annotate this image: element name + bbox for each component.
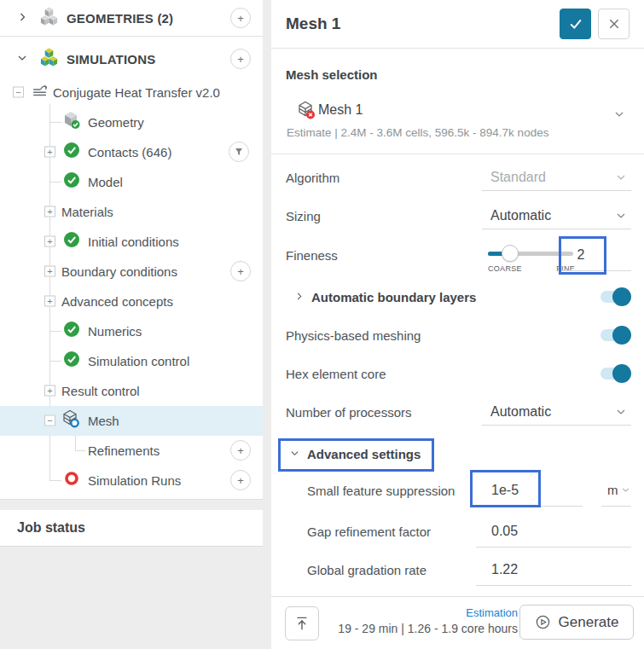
tree-item-label: Initial conditions [88, 235, 179, 249]
fineness-row: Fineness COARSE FINE [271, 232, 644, 278]
mesh-error-icon [297, 101, 316, 123]
upload-icon [293, 615, 310, 632]
small-feature-row: Small feature suppression m [271, 472, 644, 509]
panel-footer: Estimation 19 - 29 min | 1.26 - 1.9 core… [271, 596, 644, 649]
expand-icon[interactable]: + [44, 296, 55, 307]
generate-button[interactable]: Generate [519, 605, 634, 640]
panel-title: Mesh 1 [286, 14, 340, 33]
estimation-block: Estimation 19 - 29 min | 1.26 - 1.9 core… [322, 606, 518, 635]
collapse-icon[interactable]: − [13, 87, 24, 98]
tree-item-label: Boundary conditions [61, 264, 177, 279]
chevron-right-icon[interactable] [17, 10, 27, 26]
close-button[interactable] [598, 9, 629, 39]
chevron-down-icon[interactable] [17, 51, 27, 67]
upload-button[interactable] [285, 606, 319, 640]
job-status-bar[interactable]: Job status [0, 510, 263, 547]
tree-item-refinements[interactable]: Refinements + [0, 436, 263, 465]
expand-icon[interactable]: + [44, 206, 55, 217]
add-boundary-condition-button[interactable]: + [230, 261, 251, 281]
check-status-icon [64, 351, 79, 370]
check-status-icon [64, 142, 79, 161]
tree-item-materials[interactable]: + Materials [0, 197, 263, 226]
collapse-icon[interactable]: − [44, 415, 55, 426]
expand-icon[interactable]: + [44, 385, 55, 397]
apply-button[interactable] [560, 9, 591, 39]
tree-item-label: Model [88, 175, 123, 189]
hex-core-toggle[interactable] [600, 364, 631, 383]
advanced-settings-label: Advanced settings [307, 447, 421, 461]
check-status-icon [64, 172, 79, 191]
expand-icon[interactable]: + [44, 266, 55, 277]
chevron-down-icon[interactable] [290, 446, 299, 461]
check-status-icon [64, 232, 79, 251]
tree-item-simulation-runs[interactable]: Simulation Runs + [0, 466, 263, 495]
chevron-down-icon [614, 171, 628, 184]
algorithm-row: Algorithm Standard [271, 159, 644, 196]
mesh-estimate-text: Estimate | 2.4M - 3.6M cells, 596.5k - 8… [287, 126, 548, 139]
gradation-label: Global gradation rate [307, 563, 426, 577]
small-feature-input[interactable] [476, 474, 583, 507]
close-icon [607, 17, 621, 31]
mesh-selector[interactable]: Mesh 1 Estimate | 2.4M - 3.6M cells, 596… [271, 96, 644, 147]
tree-item-advanced-concepts[interactable]: + Advanced concepts [0, 287, 263, 316]
add-geometry-button[interactable]: + [230, 8, 251, 28]
tree-item-initial-conditions[interactable]: + Initial conditions [0, 227, 263, 256]
expand-icon[interactable]: + [44, 236, 55, 247]
simulations-header[interactable]: SIMULATIONS + [0, 44, 263, 73]
geometries-header[interactable]: GEOMETRIES (2) + [0, 0, 263, 37]
tree-item-label: Result control [61, 384, 140, 398]
algorithm-select[interactable]: Standard [482, 164, 631, 191]
slider-min-label: COARSE [488, 264, 522, 273]
processors-select[interactable]: Automatic [482, 398, 631, 426]
unit-value: m [607, 483, 618, 497]
advanced-settings-row[interactable]: Advanced settings [271, 437, 644, 471]
chevron-down-icon [614, 405, 628, 419]
mesh-selection-heading: Mesh selection [286, 67, 378, 82]
filter-button[interactable] [229, 142, 249, 162]
chevron-down-icon [614, 209, 628, 223]
tree-item-contacts[interactable]: + Contacts (646) [0, 137, 263, 166]
physics-meshing-toggle[interactable] [600, 326, 631, 345]
sizing-label: Sizing [286, 209, 321, 223]
expand-icon[interactable]: + [44, 147, 55, 158]
geometry-cube-icon [61, 110, 82, 134]
slider-handle[interactable] [502, 245, 519, 262]
tree-item-label: Contacts (646) [88, 145, 171, 159]
simulations-cubes-icon [39, 48, 59, 71]
chevron-down-icon [612, 107, 626, 125]
tree-item-conjugate-heat-transfer[interactable]: − Conjugate Heat Transfer v2.0 [0, 78, 263, 107]
add-simulation-button[interactable]: + [230, 49, 251, 69]
gap-refinement-input[interactable] [476, 515, 631, 548]
generate-label: Generate [559, 614, 619, 631]
fineness-value-input[interactable] [560, 239, 602, 271]
sizing-select[interactable]: Automatic [482, 202, 631, 229]
tree-item-simulation-control[interactable]: Simulation control [0, 346, 263, 375]
boundary-layers-label: Automatic boundary layers [311, 290, 476, 304]
mesh-wireframe-icon [61, 409, 80, 432]
estimation-value: 19 - 29 min | 1.26 - 1.9 core hours [322, 622, 518, 635]
tree-item-label: Conjugate Heat Transfer v2.0 [53, 85, 220, 100]
processors-label: Number of processors [286, 405, 412, 420]
tree-item-result-control[interactable]: + Result control [0, 376, 263, 405]
tree-item-boundary-conditions[interactable]: + Boundary conditions + [0, 257, 263, 286]
add-simulation-run-button[interactable]: + [230, 470, 251, 490]
algorithm-value: Standard [490, 170, 614, 185]
processors-value: Automatic [490, 404, 614, 420]
add-refinement-button[interactable]: + [230, 440, 251, 461]
boundary-layers-toggle[interactable] [600, 287, 631, 306]
small-feature-label: Small feature suppression [307, 484, 455, 498]
physics-meshing-label: Physics-based meshing [286, 328, 421, 343]
boundary-layers-row[interactable]: Automatic boundary layers [271, 278, 644, 316]
unit-select[interactable]: m [601, 474, 631, 507]
gap-refinement-label: Gap refinement factor [307, 524, 431, 539]
tree-item-geometry[interactable]: Geometry [0, 107, 263, 136]
tree-item-numerics[interactable]: Numerics [0, 316, 263, 345]
estimation-link[interactable]: Estimation [322, 606, 518, 619]
tree-item-label: Mesh [88, 414, 119, 428]
hex-core-label: Hex element core [286, 367, 386, 381]
gradation-input[interactable] [476, 553, 631, 586]
tree-item-model[interactable]: Model [0, 167, 263, 196]
tree-item-mesh[interactable]: − Mesh [0, 406, 263, 435]
chevron-right-icon[interactable] [294, 289, 304, 304]
panel-header: Mesh 1 [271, 0, 644, 49]
